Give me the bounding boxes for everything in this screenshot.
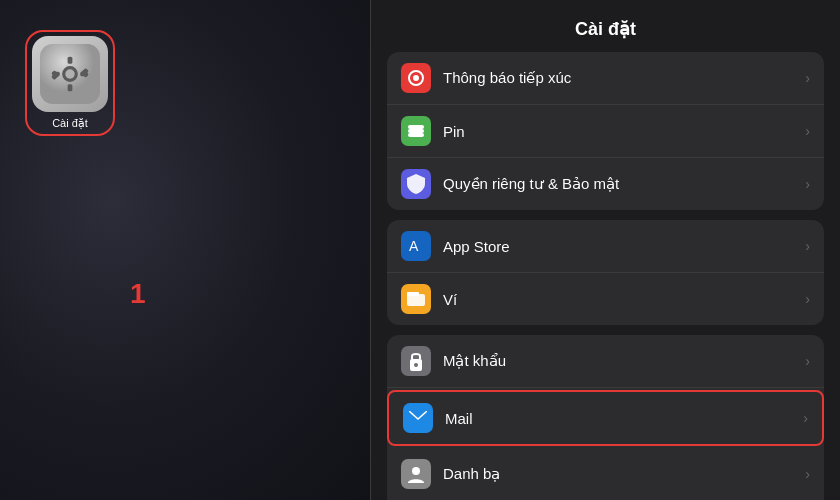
wallet-icon: [401, 284, 431, 314]
settings-panel: Cài đặt Thông báo tiếp xúc › Pin ›: [371, 0, 840, 500]
settings-item-password[interactable]: Mật khẩu ›: [387, 335, 824, 388]
contact-exposure-icon: [401, 63, 431, 93]
contacts-label: Danh bạ: [443, 465, 805, 483]
mail-icon: [403, 403, 433, 433]
chevron-icon: ›: [805, 176, 810, 192]
chevron-icon: ›: [803, 410, 808, 426]
settings-list: Thông báo tiếp xúc › Pin › Quyền riêng t…: [371, 52, 840, 500]
settings-group-2: A App Store › Ví ›: [387, 220, 824, 325]
contacts-icon: [401, 459, 431, 489]
chevron-icon: ›: [805, 238, 810, 254]
password-label: Mật khẩu: [443, 352, 805, 370]
mail-label: Mail: [445, 410, 803, 427]
svg-rect-14: [408, 125, 424, 129]
settings-item-mail[interactable]: Mail ›: [387, 390, 824, 446]
settings-app-icon-wrapper[interactable]: Cài đặt: [25, 30, 115, 136]
svg-rect-13: [408, 129, 424, 133]
privacy-label: Quyền riêng tư & Bảo mật: [443, 175, 805, 193]
chevron-icon: ›: [805, 123, 810, 139]
settings-header: Cài đặt: [371, 0, 840, 52]
wallet-label: Ví: [443, 291, 805, 308]
home-screen: Cài đặt 1: [0, 0, 370, 500]
svg-point-2: [65, 69, 74, 78]
settings-group-1: Thông báo tiếp xúc › Pin › Quyền riêng t…: [387, 52, 824, 210]
settings-item-contact-exposure[interactable]: Thông báo tiếp xúc ›: [387, 52, 824, 105]
svg-point-22: [412, 467, 420, 475]
appstore-icon: A: [401, 231, 431, 261]
contact-exposure-label: Thông báo tiếp xúc: [443, 69, 805, 87]
step1-label: 1: [130, 278, 146, 310]
settings-item-wallet[interactable]: Ví ›: [387, 273, 824, 325]
app-icon-label: Cài đặt: [52, 117, 88, 130]
svg-point-12: [413, 75, 419, 81]
pin-label: Pin: [443, 123, 805, 140]
svg-rect-3: [68, 57, 73, 64]
privacy-icon: [401, 169, 431, 199]
password-icon: [401, 346, 431, 376]
appstore-label: App Store: [443, 238, 805, 255]
pin-icon: [401, 116, 431, 146]
settings-group-3: 2 Mật khẩu › Mail › Danh bạ ›: [387, 335, 824, 500]
settings-item-appstore[interactable]: A App Store ›: [387, 220, 824, 273]
settings-item-contacts[interactable]: Danh bạ ›: [387, 448, 824, 500]
svg-rect-4: [68, 84, 73, 91]
settings-item-pin[interactable]: Pin ›: [387, 105, 824, 158]
svg-rect-18: [407, 292, 419, 296]
svg-rect-15: [408, 133, 424, 137]
settings-app-icon: [32, 36, 108, 112]
settings-title: Cài đặt: [575, 19, 636, 39]
chevron-icon: ›: [805, 353, 810, 369]
settings-item-privacy[interactable]: Quyền riêng tư & Bảo mật ›: [387, 158, 824, 210]
chevron-icon: ›: [805, 466, 810, 482]
chevron-icon: ›: [805, 70, 810, 86]
svg-point-20: [414, 363, 418, 367]
chevron-icon: ›: [805, 291, 810, 307]
svg-text:A: A: [409, 238, 419, 254]
